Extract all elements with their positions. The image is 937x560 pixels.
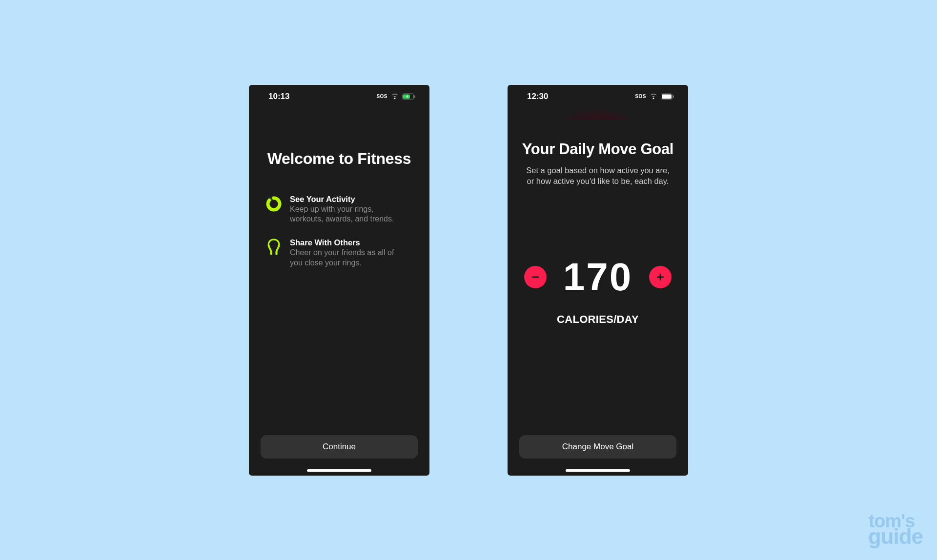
continue-button[interactable]: Continue <box>261 435 418 459</box>
feature-text: Share With Others Cheer on your friends … <box>290 238 407 268</box>
home-indicator[interactable] <box>307 469 371 472</box>
status-right: SOS <box>376 93 416 100</box>
svg-rect-5 <box>662 94 672 99</box>
activity-ring-icon <box>265 196 282 212</box>
sos-indicator: SOS <box>376 94 387 99</box>
change-move-goal-button[interactable]: Change Move Goal <box>519 435 676 459</box>
status-bar: 10:13 SOS <box>249 85 429 108</box>
svg-rect-6 <box>673 95 674 98</box>
feature-title: See Your Activity <box>290 195 407 204</box>
increase-button[interactable] <box>649 266 672 288</box>
status-time: 12:30 <box>527 92 548 101</box>
decrease-button[interactable] <box>524 266 547 288</box>
status-bar: 12:30 SOS <box>508 85 688 108</box>
page-subtitle: Set a goal based on how active you are, … <box>518 165 677 187</box>
svg-rect-2 <box>414 95 415 98</box>
feature-activity: See Your Activity Keep up with your ring… <box>260 195 419 225</box>
goal-value: 170 <box>561 255 634 300</box>
wifi-icon <box>390 93 399 100</box>
watermark: tom's guide <box>869 514 923 546</box>
battery-full-icon <box>661 93 674 100</box>
svg-rect-7 <box>532 277 539 278</box>
sos-indicator: SOS <box>635 94 646 99</box>
status-right: SOS <box>635 93 674 100</box>
move-goal-screen: 12:30 SOS Your Daily Move Goal Set a goa… <box>508 85 688 476</box>
feature-desc: Cheer on your friends as all of you clos… <box>290 248 407 268</box>
battery-charging-icon <box>402 93 416 100</box>
plus-icon <box>655 272 666 282</box>
move-goal-content: Your Daily Move Goal Set a goal based on… <box>508 108 688 466</box>
sharing-icon <box>265 239 282 256</box>
welcome-content: Welcome to Fitness See Your Activity Kee… <box>249 108 429 466</box>
goal-stepper: 170 <box>518 255 677 300</box>
welcome-screen: 10:13 SOS Welcome to Fitness See Your Ac… <box>249 85 429 476</box>
goal-unit: CALORIES/DAY <box>518 313 677 326</box>
ring-preview <box>520 109 676 120</box>
feature-title: Share With Others <box>290 238 407 247</box>
feature-sharing: Share With Others Cheer on your friends … <box>260 238 419 268</box>
page-title: Welcome to Fitness <box>260 150 419 168</box>
feature-desc: Keep up with your rings, workouts, award… <box>290 204 407 225</box>
feature-text: See Your Activity Keep up with your ring… <box>290 195 407 225</box>
svg-rect-9 <box>660 274 661 280</box>
watermark-line2: guide <box>868 528 923 545</box>
home-indicator[interactable] <box>566 469 630 472</box>
wifi-icon <box>649 93 658 100</box>
page-title: Your Daily Move Goal <box>518 140 677 158</box>
status-time: 10:13 <box>268 92 289 101</box>
minus-icon <box>530 272 541 282</box>
